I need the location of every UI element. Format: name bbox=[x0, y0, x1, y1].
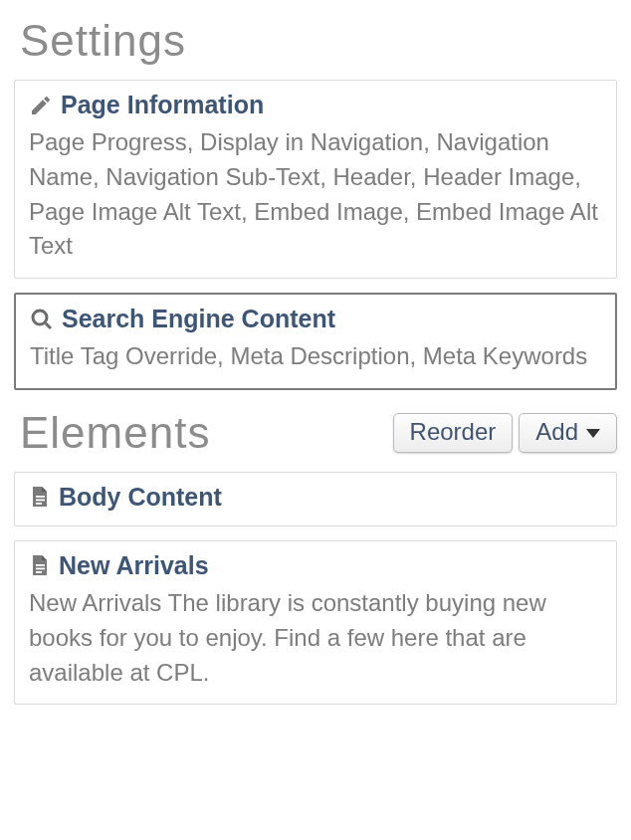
svg-rect-2 bbox=[36, 496, 45, 498]
reorder-button[interactable]: Reorder bbox=[393, 413, 514, 453]
card-search-engine-content[interactable]: Search Engine Content Title Tag Override… bbox=[14, 293, 617, 390]
card-page-information[interactable]: Page Information Page Progress, Display … bbox=[14, 80, 617, 279]
settings-heading: Settings bbox=[20, 16, 617, 66]
svg-point-0 bbox=[33, 311, 47, 324]
card-title: Page Information bbox=[61, 91, 264, 119]
edit-icon bbox=[29, 94, 53, 117]
add-button[interactable]: Add bbox=[519, 413, 617, 453]
svg-rect-5 bbox=[36, 564, 45, 566]
svg-rect-3 bbox=[36, 500, 45, 502]
document-icon bbox=[29, 553, 51, 577]
card-new-arrivals[interactable]: New Arrivals New Arrivals The library is… bbox=[14, 540, 617, 705]
card-description: New Arrivals The library is constantly b… bbox=[29, 586, 602, 690]
search-icon bbox=[30, 308, 54, 331]
card-body-content[interactable]: Body Content bbox=[14, 472, 617, 526]
card-title: Body Content bbox=[59, 483, 222, 512]
svg-rect-4 bbox=[36, 503, 42, 505]
reorder-button-label: Reorder bbox=[410, 418, 497, 446]
svg-line-1 bbox=[46, 322, 52, 328]
card-title: Search Engine Content bbox=[62, 305, 335, 333]
elements-button-group: Reorder Add bbox=[393, 413, 617, 453]
document-icon bbox=[29, 485, 51, 509]
chevron-down-icon bbox=[586, 429, 600, 438]
card-description: Page Progress, Display in Navigation, Na… bbox=[29, 125, 602, 264]
add-button-label: Add bbox=[535, 418, 578, 446]
elements-heading: Elements bbox=[20, 408, 210, 458]
svg-rect-7 bbox=[36, 571, 42, 573]
card-description: Title Tag Override, Meta Description, Me… bbox=[30, 339, 601, 374]
svg-rect-6 bbox=[36, 568, 45, 570]
card-title: New Arrivals bbox=[59, 551, 209, 580]
